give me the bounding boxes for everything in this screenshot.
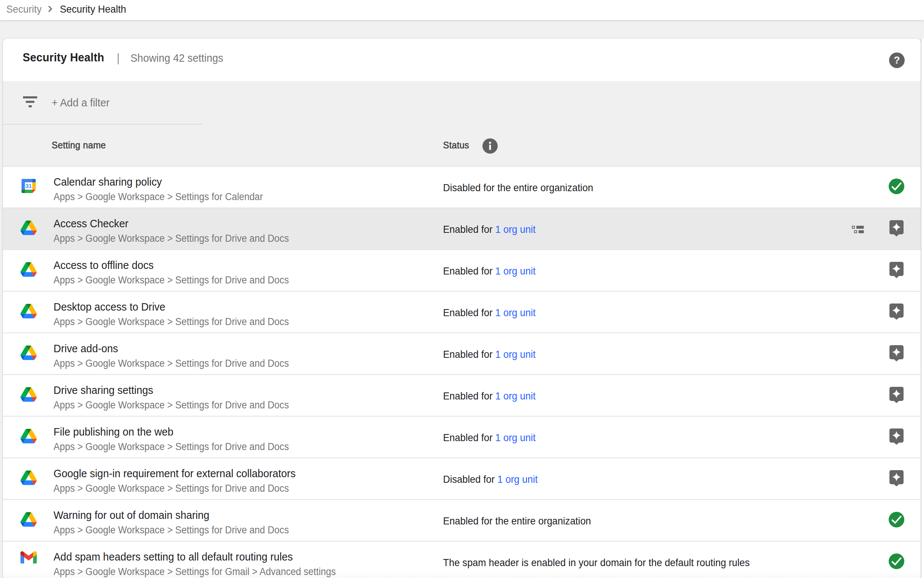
setting-status: Enabled for 1 org unit [443,375,536,417]
setting-status: Enabled for the entire organization [443,500,591,542]
breadcrumb: Security Security Health [0,0,924,20]
status-text: Enabled for the entire organization [443,515,591,527]
org-unit-link[interactable]: 1 org unit [495,265,536,277]
setting-path: Apps > Google Workspace > Settings for D… [53,441,289,453]
title-separator: | [117,51,120,65]
table-row[interactable]: Access to offline docsApps > Google Work… [3,249,921,291]
status-text: Disabled for the entire organization [443,182,593,194]
calendar-icon: 31 [21,179,36,193]
setting-status: Enabled for 1 org unit [443,208,536,250]
breadcrumb-current: Security Health [60,3,126,15]
table-row[interactable]: File publishing on the webApps > Google … [3,416,921,458]
org-unit-link[interactable]: 1 org unit [497,474,538,485]
recommendation-badge-icon [890,387,903,404]
setting-path: Apps > Google Workspace > Settings for D… [53,524,289,536]
recommendation-cell[interactable] [889,429,904,446]
recommendation-cell[interactable] [889,345,904,362]
recommendation-cell[interactable] [889,470,904,487]
setting-status: Enabled for 1 org unit [443,250,536,292]
status-ok-icon [889,179,904,194]
app-icon-cell [21,375,37,416]
org-unit-link[interactable]: 1 org unit [495,349,536,360]
setting-name[interactable]: Google sign-in requirement for external … [53,467,296,480]
setting-status: Enabled for 1 org unit [443,417,536,458]
setting-name[interactable]: Drive sharing settings [53,384,153,396]
drive-icon [21,262,37,277]
setting-name[interactable]: Warning for out of domain sharing [53,509,209,521]
drive-icon [21,346,37,360]
app-icon-cell: 31 [21,167,37,208]
setting-path: Apps > Google Workspace > Settings for C… [53,191,263,203]
drive-icon [21,512,37,527]
filter-icon[interactable] [23,96,37,107]
settings-count-label: Showing 42 settings [131,52,223,64]
org-unit-override-cell [852,226,864,234]
status-text: Enabled for [443,265,495,277]
recommendation-badge-icon [890,220,903,237]
status-ok-icon [889,554,904,569]
org-unit-link[interactable]: 1 org unit [495,224,536,235]
setting-status: Enabled for 1 org unit [443,333,536,375]
setting-path: Apps > Google Workspace > Settings for G… [53,566,336,578]
settings-table-body: 31 Calendar sharing policyApps > Google … [3,166,921,578]
setting-status: The spam header is enabled in your domai… [443,542,750,578]
status-text: Enabled for [443,390,495,402]
org-unit-link[interactable]: 1 org unit [495,432,536,444]
table-row[interactable]: Desktop access to DriveApps > Google Wor… [3,291,921,333]
setting-name[interactable]: Access to offline docs [53,259,154,271]
app-icon-cell [21,208,37,249]
recommendation-badge-icon [890,304,903,321]
card-header: Security Health | Showing 42 settings ? [3,39,921,81]
recommendation-cell[interactable] [889,304,904,321]
setting-name[interactable]: Drive add-ons [53,342,118,355]
add-filter-button[interactable]: + Add a filter [52,81,110,124]
breadcrumb-parent-link[interactable]: Security [6,3,42,15]
setting-name[interactable]: Access Checker [53,217,129,230]
recommendation-badge-icon [890,470,903,487]
setting-status: Enabled for 1 org unit [443,292,536,333]
help-icon[interactable]: ? [889,52,905,68]
gmail-icon [21,551,37,563]
recommendation-badge-icon [890,345,903,362]
status-ok-cell [889,554,904,571]
org-unit-link[interactable]: 1 org unit [495,307,536,319]
setting-name[interactable]: File publishing on the web [53,425,173,438]
table-row[interactable]: Add spam headers setting to all default … [3,541,921,578]
app-icon-cell [21,417,37,458]
status-text: Enabled for [443,224,495,235]
setting-name[interactable]: Add spam headers setting to all default … [53,550,293,563]
setting-path: Apps > Google Workspace > Settings for D… [53,482,289,494]
table-row[interactable]: Warning for out of domain sharingApps > … [3,499,921,541]
status-text: Enabled for [443,349,495,360]
setting-name[interactable]: Calendar sharing policy [53,175,162,188]
setting-path: Apps > Google Workspace > Settings for D… [53,232,289,244]
app-icon-cell [21,250,37,291]
filter-and-header-band: + Add a filter Setting name Status [3,81,921,166]
drive-icon [21,387,37,402]
setting-status: Disabled for 1 org unit [443,458,538,500]
drive-icon [21,221,37,235]
setting-status: Disabled for the entire organization [443,167,593,208]
table-row[interactable]: 31 Calendar sharing policyApps > Google … [3,166,921,208]
scrollbar-track[interactable] [921,39,924,578]
table-row[interactable]: Drive sharing settingsApps > Google Work… [3,374,921,416]
recommendation-cell[interactable] [889,262,904,279]
table-row[interactable]: Access CheckerApps > Google Workspace > … [3,208,921,249]
app-icon-cell [21,292,37,333]
svg-text:31: 31 [26,183,32,189]
org-unit-link[interactable]: 1 org unit [495,390,536,402]
app-icon-cell [21,333,37,374]
status-ok-icon [889,512,904,528]
recommendation-cell[interactable] [889,220,904,237]
recommendation-badge-icon [890,429,903,446]
info-icon[interactable] [482,138,498,154]
setting-name[interactable]: Desktop access to Drive [53,300,165,313]
recommendation-badge-icon [890,262,903,279]
column-header-status: Status [443,124,469,166]
org-unit-override-icon [852,226,864,234]
table-row[interactable]: Google sign-in requirement for external … [3,458,921,499]
recommendation-cell[interactable] [889,387,904,404]
drive-icon [21,304,37,318]
status-text: The spam header is enabled in your domai… [443,557,750,569]
table-row[interactable]: Drive add-onsApps > Google Workspace > S… [3,333,921,374]
